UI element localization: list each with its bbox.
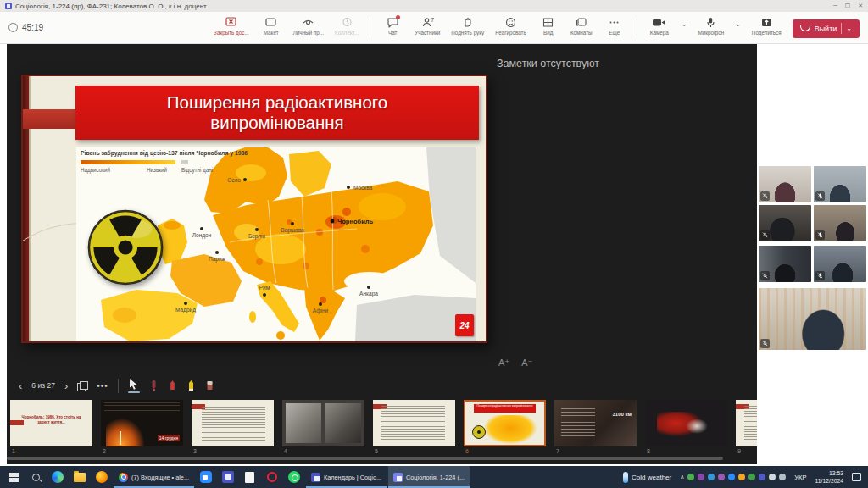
share-button[interactable]: Поделиться xyxy=(752,17,782,36)
filmstrip-scrollbar[interactable] xyxy=(7,457,757,461)
shield-icon xyxy=(8,23,18,32)
meeting-timer: 45:19 xyxy=(8,23,43,32)
previous-slide-button[interactable]: ‹ xyxy=(19,380,22,391)
mic-muted-icon xyxy=(815,230,825,240)
channel-24-logo: 24 xyxy=(455,314,474,336)
participant-video-large[interactable] xyxy=(759,288,866,350)
tray-icon[interactable] xyxy=(759,474,765,480)
action-center-icon[interactable] xyxy=(852,473,861,481)
more-button[interactable]: Еще xyxy=(604,17,626,36)
leave-button[interactable]: Выйти ⌄ xyxy=(793,19,860,38)
leave-chevron-icon[interactable]: ⌄ xyxy=(846,25,852,32)
chrome-window-button[interactable]: (7) Входящие • ale... xyxy=(114,466,194,488)
microphone-button[interactable]: Микрофон xyxy=(698,17,724,36)
zoom-app-icon[interactable] xyxy=(196,466,216,488)
stop-sharing-button[interactable]: Закрыть дос... xyxy=(214,17,249,36)
participants-button[interactable]: 7 Участники xyxy=(415,17,440,36)
tray-icon[interactable] xyxy=(718,474,725,480)
eraser-tool-button[interactable] xyxy=(205,380,214,391)
file-explorer-icon[interactable] xyxy=(70,466,90,488)
close-icon[interactable]: ✕ xyxy=(858,3,863,9)
edge-icon[interactable] xyxy=(47,466,68,488)
next-slide-button[interactable]: › xyxy=(64,380,68,391)
current-slide[interactable]: Поширення радіоактивного випромінювання xyxy=(21,75,487,343)
legend-label-low: Низький xyxy=(147,167,167,173)
tray-icon[interactable] xyxy=(708,474,715,480)
pen-tool-button[interactable] xyxy=(168,380,177,391)
calendar-window-button[interactable]: Календарь | Соціо... xyxy=(306,466,387,488)
participant-video[interactable] xyxy=(814,166,866,202)
window-title: Соціологія, 1-224 (пр), ФА-231; Колевато… xyxy=(15,3,207,10)
presenter-more-button[interactable]: ••• xyxy=(97,381,108,391)
svg-text:Осло: Осло xyxy=(227,177,241,183)
camera-button[interactable]: Камера xyxy=(648,17,670,36)
tray-icon[interactable] xyxy=(748,474,755,480)
mic-muted-icon xyxy=(760,230,770,240)
start-button[interactable] xyxy=(3,466,24,488)
participant-video[interactable] xyxy=(814,246,866,282)
minimize-icon[interactable]: ─ xyxy=(833,3,837,9)
participant-video[interactable] xyxy=(759,166,811,202)
slide-thumbnail-7[interactable]: 3100 км 7 xyxy=(554,400,637,454)
view-button[interactable]: Вид xyxy=(537,17,559,36)
highlighter-tool-button[interactable] xyxy=(186,380,196,391)
tray-icon[interactable] xyxy=(698,474,704,480)
layout-button[interactable]: Макет xyxy=(260,17,282,36)
tray-icon[interactable] xyxy=(687,474,694,480)
chat-button[interactable]: Чат xyxy=(381,17,403,36)
raise-hand-button[interactable]: Поднять руку xyxy=(451,17,484,36)
participant-video[interactable] xyxy=(759,205,811,241)
mic-muted-icon xyxy=(760,271,770,280)
slide-thumbnail-6-selected[interactable]: Поширення радіоактивного випромінювання … xyxy=(464,400,546,454)
volume-icon[interactable] xyxy=(769,474,776,480)
participant-video[interactable] xyxy=(759,246,811,282)
camera-chevron-icon[interactable]: ⌄ xyxy=(682,20,687,28)
slide-thumbnail-3[interactable]: 3 xyxy=(192,400,274,454)
taskbar-clock[interactable]: 13:53 11/12/2024 xyxy=(811,469,847,485)
legend-title: Рівень забруднення від цезію-137 після Ч… xyxy=(81,150,259,156)
thermometer-icon xyxy=(623,472,628,483)
svg-text:Рим: Рим xyxy=(259,285,270,291)
teams-meeting-window-button[interactable]: Соціологія, 1-224 (... xyxy=(388,466,470,488)
tray-expand-icon[interactable]: ∧ xyxy=(680,474,684,480)
slide-thumbnail-8[interactable]: 8 xyxy=(645,400,727,454)
clock-date: 11/12/2024 xyxy=(815,477,843,485)
tray-icon[interactable] xyxy=(728,474,735,480)
private-view-button[interactable]: Личный пр... xyxy=(293,17,324,36)
participants-panel xyxy=(757,44,868,464)
slide-thumbnail-4[interactable]: 4 xyxy=(282,400,364,454)
scrollbar-thumb[interactable] xyxy=(7,457,723,460)
whatsapp-icon[interactable] xyxy=(284,466,304,488)
microphone-chevron-icon[interactable]: ⌄ xyxy=(735,20,741,28)
legend-gradient-bar xyxy=(81,160,175,164)
svg-text:Анкара: Анкара xyxy=(359,291,378,297)
slide-grid-button[interactable] xyxy=(77,381,87,391)
font-increase-button[interactable]: A⁺ xyxy=(498,358,509,369)
participant-video[interactable] xyxy=(814,205,866,241)
firefox-icon[interactable] xyxy=(92,466,112,488)
taskbar-search-button[interactable] xyxy=(25,466,46,488)
clock-time: 13:53 xyxy=(815,469,843,477)
svg-text:Афіни: Афіни xyxy=(313,308,329,314)
radiation-symbol xyxy=(86,208,165,287)
network-icon[interactable] xyxy=(779,474,786,480)
slide-title-box: Поширення радіоактивного випромінювання xyxy=(75,86,479,140)
taskbar-weather-widget[interactable]: Cold weather xyxy=(620,472,675,483)
teams-icon xyxy=(5,3,12,9)
react-button[interactable]: Реагировать xyxy=(495,17,526,36)
maximize-icon[interactable]: ☐ xyxy=(845,3,850,9)
word-icon[interactable] xyxy=(240,466,260,488)
slide-thumbnail-5[interactable]: 5 xyxy=(373,400,455,454)
laser-pointer-button[interactable] xyxy=(149,380,159,391)
pointer-tool-button[interactable] xyxy=(128,378,140,393)
teams-window: Соціологія, 1-224 (пр), ФА-231; Колевато… xyxy=(0,0,868,488)
teams-app-icon[interactable] xyxy=(218,466,238,488)
opera-icon[interactable] xyxy=(262,466,282,488)
language-indicator[interactable]: УКР xyxy=(791,474,810,481)
slide-thumbnail-2[interactable]: 14 грудня 2 xyxy=(101,400,183,454)
rooms-button[interactable]: Комнаты xyxy=(570,17,593,36)
slide-thumbnail-1[interactable]: Чорнобиль: 1986. Хто стоїть на захист жи… xyxy=(10,400,92,454)
timer-value: 45:19 xyxy=(22,23,43,32)
font-decrease-button[interactable]: A⁻ xyxy=(521,358,532,369)
tray-icon[interactable] xyxy=(738,474,745,480)
